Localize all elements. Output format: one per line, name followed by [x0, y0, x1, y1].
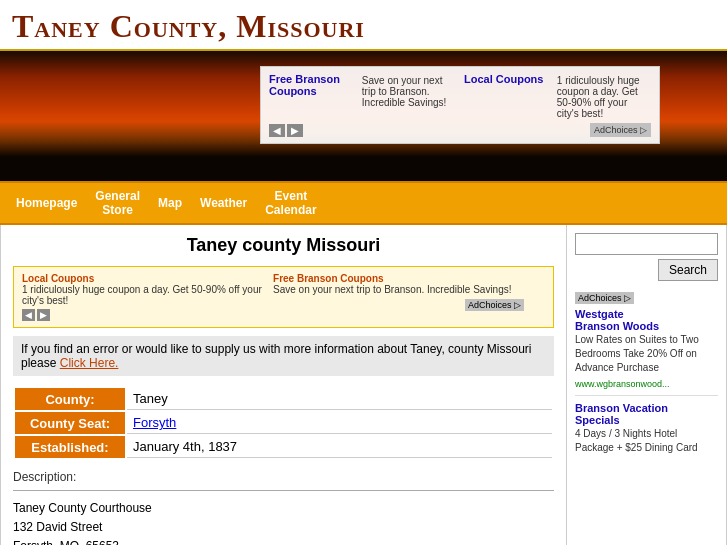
address-block: Taney County Courthouse 132 David Street…: [13, 499, 554, 545]
nav-homepage[interactable]: Homepage: [8, 187, 85, 219]
page-header: Taney County, Missouri: [0, 0, 727, 51]
sidebar-adchoices[interactable]: AdChoices ▷: [575, 292, 634, 304]
banner-area: Free Branson Coupons Save on your next t…: [0, 51, 727, 181]
search-input[interactable]: [575, 233, 718, 255]
description-label: Description:: [13, 470, 554, 484]
address-line-3: Forsyth, MO. 65653: [13, 537, 554, 545]
content-ad-nav: ◀ ▶: [22, 309, 273, 321]
table-row: County Seat: Forsyth: [15, 412, 552, 434]
sidebar-ad-url-1: www.wgbransonwood...: [575, 379, 718, 389]
nav-event-calendar[interactable]: Event Calendar: [257, 187, 324, 219]
address-line-2: 132 David Street: [13, 518, 554, 537]
banner-ad-right-title[interactable]: Local Coupons: [464, 73, 554, 85]
banner-ad-left-text: Save on your next trip to Branson. Incre…: [362, 75, 452, 108]
nav-weather[interactable]: Weather: [192, 187, 255, 219]
sidebar: Search AdChoices ▷ WestgateBranson Woods…: [567, 225, 727, 545]
established-value: January 4th, 1837: [127, 436, 552, 458]
content-area: Taney county Missouri Local Coupons 1 ri…: [0, 225, 567, 545]
seat-link[interactable]: Forsyth: [133, 415, 176, 430]
content-ad-left: Local Coupons 1 ridiculously huge coupon…: [22, 273, 273, 321]
search-button[interactable]: Search: [658, 259, 718, 281]
county-value: Taney: [127, 388, 552, 410]
content-ad-left-text: 1 ridiculously huge coupon a day. Get 50…: [22, 284, 273, 306]
banner-ad-left-title[interactable]: Free Branson Coupons: [269, 73, 359, 97]
sidebar-ad-link-2[interactable]: Branson VacationSpecials: [575, 402, 718, 426]
content-ad-prev[interactable]: ◀: [22, 309, 35, 321]
sidebar-divider: [575, 395, 718, 396]
seat-value: Forsyth: [127, 412, 552, 434]
banner-ad-next[interactable]: ▶: [287, 124, 303, 137]
page-title: Taney County, Missouri: [12, 8, 715, 45]
nav-map[interactable]: Map: [150, 187, 190, 219]
error-notice-link[interactable]: Click Here.: [60, 356, 119, 370]
county-label: County:: [15, 388, 125, 410]
nav-general-store[interactable]: General Store: [87, 187, 148, 219]
sidebar-ad-link-1[interactable]: WestgateBranson Woods: [575, 308, 718, 332]
error-notice: If you find an error or would like to su…: [13, 336, 554, 376]
content-title: Taney county Missouri: [13, 235, 554, 256]
banner-adchoices[interactable]: AdChoices ▷: [590, 123, 651, 137]
content-adchoices[interactable]: AdChoices ▷: [465, 299, 524, 311]
sidebar-ad-text-2: 4 Days / 3 Nights Hotel Package + $25 Di…: [575, 427, 718, 455]
sidebar-ad-text-1: Low Rates on Suites to Two Bedrooms Take…: [575, 333, 718, 375]
seat-label: County Seat:: [15, 412, 125, 434]
content-ad-right: Free Branson Coupons Save on your next t…: [273, 273, 524, 321]
content-ad-left-title[interactable]: Local Coupons: [22, 273, 273, 284]
established-label: Established:: [15, 436, 125, 458]
banner-ad-prev[interactable]: ◀: [269, 124, 285, 137]
table-row: County: Taney: [15, 388, 552, 410]
description-section: Description: Taney County Courthouse 132…: [13, 470, 554, 545]
address-line-1: Taney County Courthouse: [13, 499, 554, 518]
content-ad-next[interactable]: ▶: [37, 309, 50, 321]
search-box: Search: [575, 233, 718, 281]
banner-ad-right-text: 1 ridiculously huge coupon a day. Get 50…: [557, 75, 647, 119]
content-ad-right-text: Save on your next trip to Branson. Incre…: [273, 284, 524, 295]
content-ad-right-title[interactable]: Free Branson Coupons: [273, 273, 524, 284]
content-ad: Local Coupons 1 ridiculously huge coupon…: [13, 266, 554, 328]
banner-ad-box: Free Branson Coupons Save on your next t…: [260, 66, 660, 144]
main-layout: Taney county Missouri Local Coupons 1 ri…: [0, 225, 727, 545]
banner-ad-nav: ◀ ▶ AdChoices ▷: [269, 123, 651, 137]
sidebar-ads: AdChoices ▷ WestgateBranson Woods Low Ra…: [575, 291, 718, 455]
info-table: County: Taney County Seat: Forsyth Estab…: [13, 386, 554, 460]
navbar: Homepage General Store Map Weather Event…: [0, 181, 727, 225]
table-row: Established: January 4th, 1837: [15, 436, 552, 458]
description-separator: [13, 490, 554, 491]
